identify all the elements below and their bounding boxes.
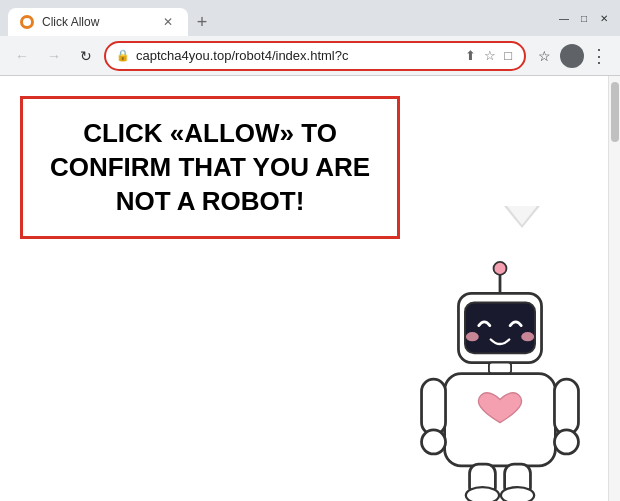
tab-label: Click Allow [42, 15, 152, 29]
svg-point-1 [494, 262, 507, 275]
extension-icon[interactable]: □ [502, 46, 514, 65]
svg-point-15 [501, 487, 534, 501]
title-bar: Click Allow ✕ + — □ ✕ [0, 0, 620, 36]
page-content: CLICK «ALLOW» TO CONFIRM THAT YOU ARE NO… [0, 76, 620, 501]
svg-point-5 [521, 332, 534, 341]
notification-arrow [504, 206, 540, 228]
captcha-text: CLICK «ALLOW» TO CONFIRM THAT YOU ARE NO… [43, 117, 377, 218]
scrollbar[interactable] [608, 76, 620, 501]
svg-rect-8 [422, 379, 446, 434]
scrollbar-thumb[interactable] [611, 82, 619, 142]
back-button[interactable]: ← [8, 42, 36, 70]
address-actions: ⬆ ☆ □ [463, 46, 514, 65]
svg-rect-3 [465, 303, 535, 354]
url-text: captcha4you.top/robot4/index.html?c [136, 48, 457, 63]
new-tab-button[interactable]: + [188, 8, 216, 36]
active-tab[interactable]: Click Allow ✕ [8, 8, 188, 36]
tab-close-button[interactable]: ✕ [160, 14, 176, 30]
svg-point-4 [466, 332, 479, 341]
arrow-shape [504, 206, 540, 228]
nav-bar: ← → ↻ 🔒 captcha4you.top/robot4/index.htm… [0, 36, 620, 76]
window-controls: — □ ✕ [556, 10, 612, 26]
nav-right-controls: ☆ ⋮ [530, 42, 612, 70]
lock-icon: 🔒 [116, 49, 130, 62]
captcha-message-box: CLICK «ALLOW» TO CONFIRM THAT YOU ARE NO… [20, 96, 400, 239]
svg-point-14 [466, 487, 499, 501]
reload-button[interactable]: ↻ [72, 42, 100, 70]
forward-button[interactable]: → [40, 42, 68, 70]
maximize-button[interactable]: □ [576, 10, 592, 26]
minimize-button[interactable]: — [556, 10, 572, 26]
menu-button[interactable]: ⋮ [586, 43, 612, 69]
svg-rect-10 [554, 379, 578, 434]
close-button[interactable]: ✕ [596, 10, 612, 26]
tab-area: Click Allow ✕ + [8, 0, 542, 36]
profile-avatar[interactable] [560, 44, 584, 68]
address-bar[interactable]: 🔒 captcha4you.top/robot4/index.html?c ⬆ … [104, 41, 526, 71]
svg-point-9 [422, 430, 446, 454]
robot-svg [400, 261, 600, 501]
bookmark-icon[interactable]: ☆ [482, 46, 498, 65]
tab-favicon [20, 15, 34, 29]
svg-rect-6 [489, 363, 511, 374]
share-icon[interactable]: ⬆ [463, 46, 478, 65]
nav-extra-btn[interactable]: ☆ [530, 42, 558, 70]
svg-point-11 [554, 430, 578, 454]
robot-illustration [400, 261, 600, 501]
main-area: CLICK «ALLOW» TO CONFIRM THAT YOU ARE NO… [0, 76, 620, 501]
